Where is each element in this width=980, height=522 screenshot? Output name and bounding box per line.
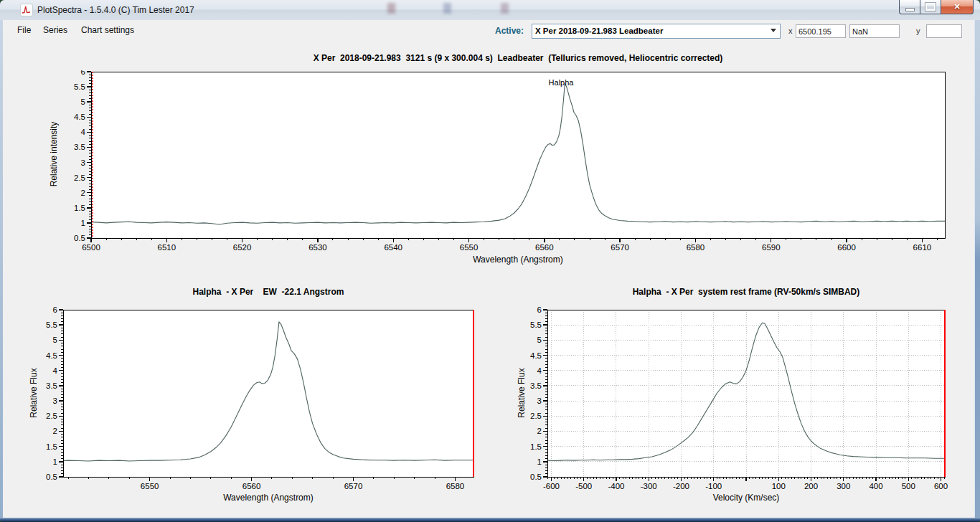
svg-text:6570: 6570 (611, 243, 629, 252)
svg-text:5: 5 (537, 336, 542, 344)
svg-text:6: 6 (53, 307, 57, 314)
svg-text:4.5: 4.5 (530, 351, 542, 360)
svg-text:1: 1 (53, 457, 57, 466)
svg-text:5.5: 5.5 (74, 82, 85, 91)
svg-text:6560: 6560 (242, 482, 261, 490)
svg-text:5.5: 5.5 (530, 321, 542, 329)
window-frame-left (0, 20, 3, 518)
x2-coordinate-field[interactable] (849, 24, 900, 38)
x-axis-label-main: Wavelength (Angstrom) (91, 255, 945, 265)
spectrum-chart-main[interactable]: 6500651065206530654065506560657065806590… (61, 70, 951, 255)
svg-text:300: 300 (837, 482, 850, 490)
x-coordinate-field[interactable] (796, 24, 846, 38)
window-title: PlotSpectra - 1.5.4.0 (C) Tim Lester 201… (37, 5, 194, 15)
svg-text:6570: 6570 (344, 482, 363, 490)
svg-text:6550: 6550 (141, 482, 159, 490)
svg-text:1.5: 1.5 (530, 442, 542, 451)
svg-text:5.5: 5.5 (46, 321, 57, 329)
x-axis-label-halpha: Wavelength (Angstrom) (63, 493, 473, 503)
chevron-down-icon (771, 29, 776, 32)
menu-chart-settings[interactable]: Chart settings (81, 25, 134, 35)
x-axis-label-velocity: Velocity (Km/sec) (547, 493, 945, 503)
svg-text:4.5: 4.5 (46, 351, 57, 360)
svg-text:0.5: 0.5 (74, 234, 85, 242)
active-series-label: Active: (495, 26, 524, 36)
titlebar-reflection (387, 3, 395, 14)
x-coordinate-label: x (788, 27, 793, 35)
chart-title-halpha: Halpha - X Per EW -22.1 Angstrom (63, 287, 473, 297)
window-frame-bottom (0, 518, 980, 522)
svg-text:-600: -600 (543, 482, 560, 490)
svg-text:1: 1 (537, 457, 542, 466)
svg-text:Halpha: Halpha (549, 78, 575, 87)
svg-text:1.5: 1.5 (46, 442, 57, 451)
svg-text:6560: 6560 (535, 243, 554, 252)
svg-text:-200: -200 (673, 482, 689, 490)
svg-text:6500: 6500 (82, 243, 100, 252)
svg-text:6520: 6520 (233, 243, 252, 252)
svg-text:5: 5 (53, 336, 57, 344)
minimize-icon (906, 9, 914, 11)
y-axis-label-main: Relative intensity (49, 82, 59, 226)
svg-text:4: 4 (53, 366, 58, 375)
app-icon (20, 4, 33, 16)
svg-text:6540: 6540 (384, 243, 402, 252)
svg-text:0.5: 0.5 (46, 473, 57, 481)
svg-text:2: 2 (53, 427, 57, 435)
svg-text:600: 600 (934, 482, 948, 490)
svg-text:6580: 6580 (687, 243, 705, 252)
svg-text:200: 200 (804, 482, 818, 490)
svg-text:6550: 6550 (460, 243, 479, 252)
svg-text:1: 1 (81, 219, 85, 227)
svg-text:3: 3 (53, 397, 57, 405)
maximize-icon (925, 3, 936, 11)
svg-text:2.5: 2.5 (530, 412, 542, 420)
minimize-button[interactable] (899, 0, 920, 14)
y-coordinate-field[interactable] (926, 24, 962, 38)
svg-text:-500: -500 (575, 482, 592, 490)
svg-text:-300: -300 (641, 482, 657, 490)
svg-text:400: 400 (869, 482, 882, 490)
svg-text:2.5: 2.5 (46, 412, 57, 420)
svg-text:6600: 6600 (837, 243, 856, 252)
svg-text:3: 3 (81, 158, 85, 167)
svg-text:3.5: 3.5 (530, 381, 542, 390)
active-series-dropdown[interactable]: X Per 2018-09-21.983 Leadbeater (532, 24, 781, 39)
svg-text:6530: 6530 (308, 243, 327, 252)
svg-text:4.5: 4.5 (74, 113, 85, 121)
y-coordinate-label: y (916, 27, 920, 35)
svg-text:4: 4 (81, 128, 86, 136)
svg-text:6510: 6510 (158, 243, 176, 252)
svg-text:2.5: 2.5 (74, 174, 85, 182)
chart-title-velocity: Halpha - X Per system rest frame (RV-50k… (547, 287, 945, 297)
svg-text:4: 4 (537, 366, 542, 375)
svg-text:6: 6 (537, 307, 542, 314)
svg-text:2: 2 (81, 189, 85, 197)
svg-text:0.5: 0.5 (530, 473, 542, 481)
svg-text:3.5: 3.5 (74, 143, 85, 151)
svg-text:500: 500 (902, 482, 915, 490)
app-window: PlotSpectra - 1.5.4.0 (C) Tim Lester 201… (0, 0, 980, 522)
window-controls: ✕ (900, 0, 974, 14)
close-button[interactable]: ✕ (941, 0, 974, 14)
svg-text:1.5: 1.5 (74, 204, 85, 212)
svg-text:-400: -400 (608, 482, 624, 490)
svg-text:2: 2 (537, 427, 542, 435)
titlebar-reflection (501, 3, 509, 14)
svg-text:100: 100 (772, 482, 786, 490)
svg-text:3: 3 (537, 397, 542, 405)
svg-text:3.5: 3.5 (46, 381, 57, 390)
svg-text:6610: 6610 (913, 243, 932, 252)
maximize-button[interactable] (920, 0, 941, 14)
menu-file[interactable]: File (17, 25, 31, 35)
svg-text:-100: -100 (705, 482, 722, 490)
titlebar[interactable]: PlotSpectra - 1.5.4.0 (C) Tim Lester 201… (0, 0, 980, 21)
svg-text:6590: 6590 (762, 243, 781, 252)
svg-text:6: 6 (81, 70, 85, 76)
spectrum-chart-velocity[interactable]: -600-500-400-300-200-1001002003004005006… (515, 307, 978, 495)
svg-text:5: 5 (81, 98, 85, 106)
menu-series[interactable]: Series (43, 25, 67, 35)
spectrum-chart-halpha[interactable]: 65506560657065800.511.522.533.544.555.56 (32, 307, 491, 495)
titlebar-reflection (443, 3, 451, 14)
chart-title-main: X Per 2018-09-21.983 3121 s (9 x 300.004… (91, 53, 945, 63)
